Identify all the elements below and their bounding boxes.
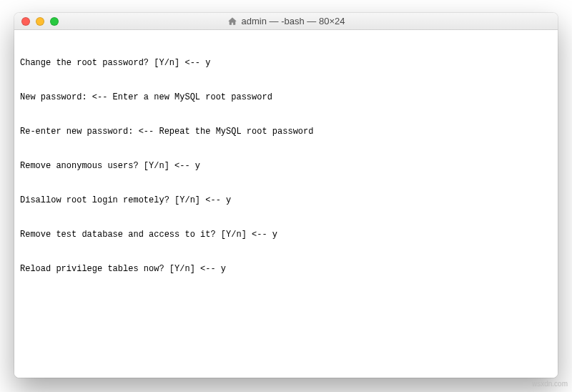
terminal-line: New password: <-- Enter a new MySQL root…	[20, 92, 552, 103]
window-title: admin — -bash — 80×24	[242, 16, 345, 26]
window-title-group: admin — -bash — 80×24	[14, 16, 558, 26]
home-icon	[227, 16, 237, 26]
close-button[interactable]	[21, 17, 30, 26]
minimize-button[interactable]	[36, 17, 44, 26]
terminal-line: Change the root password? [Y/n] <-- y	[20, 57, 552, 69]
watermark: wsxdn.com	[532, 380, 568, 388]
terminal-body[interactable]: Change the root password? [Y/n] <-- y Ne…	[14, 30, 558, 378]
terminal-line: Reload privilege tables now? [Y/n] <-- y	[20, 263, 552, 275]
terminal-line: Remove anonymous users? [Y/n] <-- y	[20, 160, 552, 172]
titlebar[interactable]: admin — -bash — 80×24	[14, 13, 558, 30]
terminal-line: Re-enter new password: <-- Repeat the My…	[20, 126, 552, 137]
terminal-line: Remove test database and access to it? […	[20, 229, 552, 240]
maximize-button[interactable]	[50, 17, 59, 26]
traffic-lights	[14, 17, 59, 26]
terminal-window: admin — -bash — 80×24 Change the root pa…	[14, 13, 558, 378]
terminal-line: Disallow root login remotely? [Y/n] <-- …	[20, 195, 552, 206]
